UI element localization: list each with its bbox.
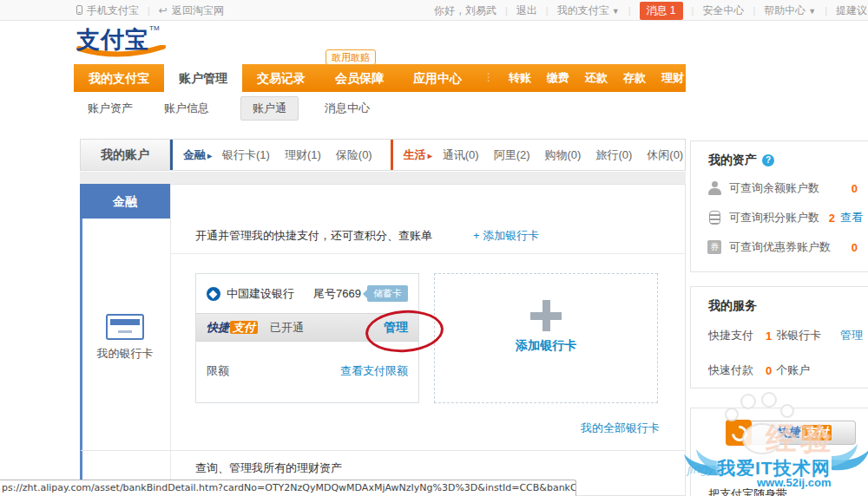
life-shopping[interactable]: 购物(0)	[545, 147, 582, 163]
view-payment-limit-link[interactable]: 查看支付限额	[340, 363, 408, 379]
finance-side-tab[interactable]: 金融	[80, 184, 170, 219]
nav-link-bills[interactable]: 缴费	[547, 64, 569, 92]
divider	[171, 253, 685, 254]
my-services-box: 我的服务 快捷支付 1 张银行卡 管理 快速付款 0 个账户	[690, 286, 868, 388]
bank-name: 中国建设银行	[227, 286, 294, 302]
tab-member-protection[interactable]: 会员保障	[320, 64, 398, 92]
asset-row-points: 可查询积分账户数 2 查看	[707, 208, 863, 227]
life-category[interactable]: 生活	[404, 147, 432, 163]
panel-accent-line	[80, 184, 82, 496]
divider: |	[148, 5, 150, 16]
subnav-account-info[interactable]: 账户信息	[164, 101, 209, 116]
divider: |	[753, 5, 755, 16]
limit-label: 限额	[207, 363, 229, 379]
life-travel[interactable]: 旅行(0)	[595, 147, 632, 163]
banner-caption: 把支付宝随身带	[708, 486, 787, 496]
add-bank-card-box[interactable]: 添加银行卡	[434, 273, 658, 403]
security-center-link[interactable]: 安全中心	[702, 3, 744, 18]
phone-icon	[76, 5, 82, 15]
wing-icon	[832, 441, 868, 477]
my-services-title: 我的服务	[708, 298, 868, 314]
subnav-account-assets[interactable]: 账户资产	[88, 101, 133, 116]
tab-app-center[interactable]: 应用中心	[398, 64, 477, 92]
wing-icon	[684, 446, 722, 482]
asset-row-coupons: 券 可查询优惠券账户数 0	[707, 238, 863, 257]
add-bank-card-link[interactable]: + 添加银行卡	[473, 228, 539, 244]
balance-accounts-count: 0	[852, 182, 858, 195]
divider: |	[825, 5, 827, 16]
topbar-right: 你好，刘易武 | 退出 | 我的支付宝▼ | 消息 1 | 安全中心 | 帮助中…	[434, 0, 867, 21]
divider: |	[692, 5, 694, 16]
tab-my-alipay[interactable]: 我的支付宝	[74, 64, 164, 92]
finance-category[interactable]: 金融	[183, 147, 212, 163]
logo-text: 支付宝	[76, 27, 149, 53]
ccb-bank-logo-icon	[207, 287, 220, 301]
coupon-accounts-count: 0	[852, 241, 858, 254]
tab-transactions[interactable]: 交易记录	[242, 64, 320, 92]
banner-logo-icon	[726, 420, 752, 446]
limit-row: 限额 查看支付限额	[196, 342, 418, 401]
user-icon	[707, 181, 722, 195]
mobile-alipay-link[interactable]: 手机支付宝	[76, 3, 139, 18]
quickpay-status: 已开通	[270, 320, 304, 336]
subnav-account-tong[interactable]: 账户通	[240, 96, 299, 121]
points-accounts-count: 2	[829, 212, 835, 225]
add-bank-card-label: 添加银行卡	[435, 338, 657, 354]
subnav-message-center[interactable]: 消息中心	[325, 101, 370, 116]
tab-account-management[interactable]: 账户管理	[164, 64, 242, 92]
all-bank-cards-link[interactable]: 我的全部银行卡	[521, 421, 660, 436]
quickpay-status-row: 快捷支付 已开通 管理	[196, 313, 418, 342]
service-row-fastpay: 快速付款 0 个账户	[708, 362, 863, 379]
life-leisure[interactable]: 休闲(0)	[647, 147, 683, 163]
caret-down-icon: ▼	[808, 7, 816, 16]
manage-link[interactable]: 管理	[384, 320, 408, 336]
card-type-badge: 储蓄卡	[367, 285, 408, 302]
finance-accent-bar	[170, 140, 173, 170]
help-icon[interactable]	[762, 154, 774, 166]
asset-row-balance: 可查询余额账户数 0	[707, 179, 863, 198]
fastpay-accounts-count: 0	[766, 364, 772, 377]
nav-link-deposit[interactable]: 存款	[623, 64, 646, 92]
divider: |	[628, 5, 631, 16]
quickpay-logo: 快捷支付	[207, 320, 258, 336]
trademark: TM	[149, 24, 160, 32]
finance-bank-cards[interactable]: 银行卡(1)	[222, 147, 270, 163]
page: 手机支付宝 | ↩返回淘宝网 你好，刘易武 | 退出 | 我的支付宝▼ | 消息…	[0, 0, 868, 496]
view-points-link[interactable]: 查看	[840, 210, 863, 225]
quickpay-cards-count: 1	[766, 330, 772, 343]
guarantee-tooltip: 敢用敢赔	[326, 49, 376, 65]
divider: |	[546, 5, 549, 16]
messages-badge[interactable]: 消息 1	[640, 2, 683, 20]
life-telecom[interactable]: 通讯(0)	[443, 147, 479, 163]
main-nav: 我的支付宝 账户管理 交易记录 会员保障 应用中心 转账 缴费 还款 存款 理财…	[74, 64, 686, 92]
back-to-taobao-link[interactable]: ↩返回淘宝网	[159, 3, 224, 18]
nav-link-transfer[interactable]: 转账	[509, 64, 531, 92]
finance-wealth[interactable]: 理财(1)	[285, 147, 321, 163]
nav-link-wealth[interactable]: 理财	[661, 64, 684, 92]
finance-insurance[interactable]: 保险(0)	[336, 147, 372, 163]
topbar-left: 手机支付宝 | ↩返回淘宝网	[76, 0, 224, 21]
my-assets-box: 我的资产 可查询余额账户数 0 可查询积分账户数 2 查看 券 可查询优惠券账户…	[690, 140, 868, 272]
bank-card-icon	[106, 314, 144, 340]
card-tail-number: 尾号7669	[313, 286, 361, 302]
divider	[81, 450, 685, 451]
subnav: 账户资产 账户信息 账户通 消息中心	[74, 92, 387, 125]
service-row-quickpay: 快捷支付 1 张银行卡 管理	[708, 327, 863, 344]
status-bar-url: ps://zht.alipay.com/asset/bankBindDetail…	[0, 480, 576, 496]
my-alipay-menu[interactable]: 我的支付宝▼	[557, 3, 620, 18]
suggest-link[interactable]: 提建议	[836, 3, 867, 18]
help-center-menu[interactable]: 帮助中心▼	[764, 3, 816, 18]
my-assets-title: 我的资产	[708, 153, 868, 168]
manage-quickpay-link[interactable]: 管理	[840, 328, 863, 343]
nav-link-repay[interactable]: 还款	[585, 64, 608, 92]
alipay-logo[interactable]: 支付宝TM	[76, 24, 181, 61]
life-ali[interactable]: 阿里(2)	[494, 147, 530, 163]
panel-header-text: 开通并管理我的快捷支付，还可查积分、查账单	[195, 228, 432, 244]
life-accent-bar	[391, 140, 393, 170]
rail-divider	[170, 184, 171, 496]
points-icon	[707, 211, 722, 225]
bank-card-item: 中国建设银行 尾号7669 储蓄卡 快捷支付 已开通 管理 限额 查看支付限额	[195, 273, 419, 403]
message-count: 1	[670, 4, 676, 16]
logout-link[interactable]: 退出	[516, 3, 537, 18]
divider: |	[505, 5, 508, 16]
